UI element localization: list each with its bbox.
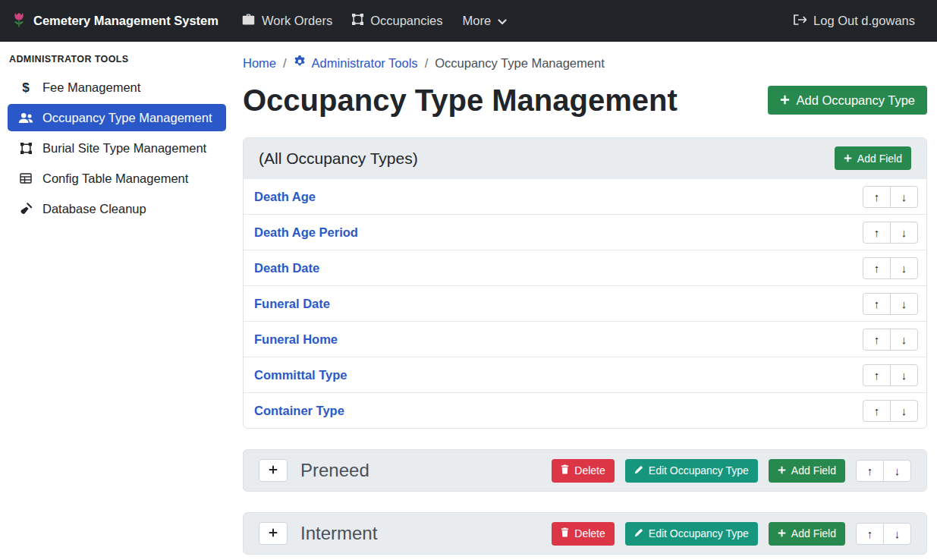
gear-icon: [294, 55, 306, 71]
field-link[interactable]: Death Age: [254, 190, 316, 204]
nav-work-orders[interactable]: Work Orders: [232, 8, 342, 34]
field-link[interactable]: Death Date: [254, 261, 319, 275]
move-up-button[interactable]: ↑: [856, 523, 884, 545]
nav-links: Work Orders Occupancies More: [232, 8, 517, 34]
move-down-button[interactable]: ↓: [890, 293, 918, 315]
expand-button[interactable]: [259, 522, 288, 545]
reorder-buttons: ↑ ↓: [863, 329, 918, 351]
move-down-button[interactable]: ↓: [890, 222, 918, 244]
move-up-button[interactable]: ↑: [863, 222, 891, 244]
arrow-up-icon: ↑: [874, 369, 880, 382]
app-brand[interactable]: Cemetery Management System: [12, 11, 219, 31]
plus-icon: [778, 527, 786, 540]
reorder-buttons: ↑ ↓: [856, 523, 911, 545]
reorder-buttons: ↑ ↓: [856, 460, 911, 482]
breadcrumb-separator: /: [283, 56, 287, 71]
arrow-down-icon: ↓: [895, 464, 901, 477]
reorder-buttons: ↑ ↓: [863, 293, 918, 315]
vector-square-icon: [17, 140, 35, 156]
sidebar-item-label: Burial Site Type Management: [42, 141, 206, 156]
field-row: Death Age Period ↑ ↓: [244, 214, 926, 250]
field-row: Container Type ↑ ↓: [244, 392, 926, 428]
logout-link[interactable]: Log Out d.gowans: [783, 8, 925, 34]
delete-button[interactable]: Delete: [552, 459, 614, 483]
nav-occupancies[interactable]: Occupancies: [342, 8, 452, 34]
toolbox-icon: [242, 14, 255, 28]
arrow-down-icon: ↓: [901, 333, 907, 346]
field-link[interactable]: Funeral Home: [254, 332, 338, 347]
field-row: Death Age ↑ ↓: [244, 178, 926, 214]
move-up-button[interactable]: ↑: [863, 293, 891, 315]
plus-icon: [269, 528, 278, 540]
move-down-button[interactable]: ↓: [890, 364, 918, 386]
breadcrumb-current: Occupancy Type Management: [435, 56, 605, 71]
arrow-down-icon: ↓: [901, 190, 907, 203]
type-actions: Delete Edit Occupancy Type Add Field ↑: [552, 459, 911, 483]
tulip-logo-icon: [12, 11, 26, 31]
sidebar-item-label: Config Table Management: [42, 171, 188, 186]
move-up-button[interactable]: ↑: [856, 460, 884, 482]
reorder-buttons: ↑ ↓: [863, 364, 918, 386]
add-field-button[interactable]: Add Field: [769, 522, 845, 546]
page-header: Occupancy Type Management Add Occupancy …: [243, 81, 927, 119]
pencil-icon: [634, 527, 643, 540]
sidebar-item-database-cleanup[interactable]: Database Cleanup: [8, 195, 226, 222]
move-down-button[interactable]: ↓: [890, 186, 918, 208]
expand-button[interactable]: [259, 459, 288, 482]
arrow-down-icon: ↓: [901, 369, 907, 382]
app-title: Cemetery Management System: [33, 14, 219, 28]
breadcrumb: Home / Administrator Tools / Occupancy T…: [243, 55, 927, 71]
arrow-up-icon: ↑: [867, 464, 873, 477]
breadcrumb-admin-tools-link[interactable]: Administrator Tools: [294, 55, 418, 71]
trash-icon: [561, 527, 569, 540]
arrow-down-icon: ↓: [901, 297, 907, 310]
add-field-button[interactable]: Add Field: [769, 459, 845, 483]
pencil-icon: [634, 464, 643, 477]
nav-more-label: More: [463, 14, 492, 28]
all-occupancy-types-panel: (All Occupancy Types) Add Field Death Ag…: [243, 137, 927, 429]
sidebar: Administrator Tools $ Fee Management Occ…: [0, 42, 234, 560]
move-down-button[interactable]: ↓: [883, 460, 911, 482]
add-field-button[interactable]: Add Field: [835, 146, 911, 170]
field-link[interactable]: Funeral Date: [254, 297, 330, 311]
move-up-button[interactable]: ↑: [863, 400, 891, 422]
field-row: Funeral Home ↑ ↓: [244, 321, 926, 357]
sidebar-item-burial-site-type-management[interactable]: Burial Site Type Management: [8, 134, 226, 162]
sidebar-heading: Administrator Tools: [0, 45, 234, 74]
move-down-button[interactable]: ↓: [890, 400, 918, 422]
delete-button[interactable]: Delete: [552, 522, 614, 546]
field-link[interactable]: Container Type: [254, 404, 344, 418]
dollar-icon: $: [17, 80, 35, 95]
sidebar-item-label: Occupancy Type Management: [42, 111, 212, 125]
move-down-button[interactable]: ↓: [890, 329, 918, 351]
main-content: Home / Administrator Tools / Occupancy T…: [234, 42, 937, 560]
field-link[interactable]: Death Age Period: [254, 225, 358, 240]
edit-occupancy-type-button[interactable]: Edit Occupancy Type: [625, 522, 758, 546]
move-down-button[interactable]: ↓: [890, 257, 918, 279]
sidebar-item-label: Database Cleanup: [42, 202, 146, 216]
arrow-up-icon: ↑: [874, 262, 880, 275]
sidebar-item-label: Fee Management: [42, 80, 140, 95]
nav-more[interactable]: More: [453, 8, 517, 34]
field-link[interactable]: Committal Type: [254, 368, 347, 382]
add-occupancy-type-button[interactable]: Add Occupancy Type: [768, 86, 927, 115]
arrow-down-icon: ↓: [895, 527, 901, 540]
arrow-down-icon: ↓: [901, 262, 907, 275]
breadcrumb-home-link[interactable]: Home: [243, 56, 276, 71]
move-up-button[interactable]: ↑: [863, 364, 891, 386]
reorder-buttons: ↑ ↓: [863, 257, 918, 279]
arrow-up-icon: ↑: [874, 297, 880, 310]
arrow-up-icon: ↑: [874, 190, 880, 203]
move-down-button[interactable]: ↓: [883, 523, 911, 545]
move-up-button[interactable]: ↑: [863, 257, 891, 279]
users-icon: [17, 110, 35, 125]
top-navbar: Cemetery Management System Work Orders O…: [0, 0, 937, 42]
page-title: Occupancy Type Management: [243, 81, 678, 119]
sidebar-item-occupancy-type-management[interactable]: Occupancy Type Management: [8, 104, 226, 131]
plus-icon: [269, 465, 278, 477]
move-up-button[interactable]: ↑: [863, 186, 891, 208]
sidebar-item-config-table-management[interactable]: Config Table Management: [8, 165, 226, 192]
sidebar-item-fee-management[interactable]: $ Fee Management: [8, 74, 226, 101]
edit-occupancy-type-button[interactable]: Edit Occupancy Type: [625, 459, 758, 483]
move-up-button[interactable]: ↑: [863, 329, 891, 351]
